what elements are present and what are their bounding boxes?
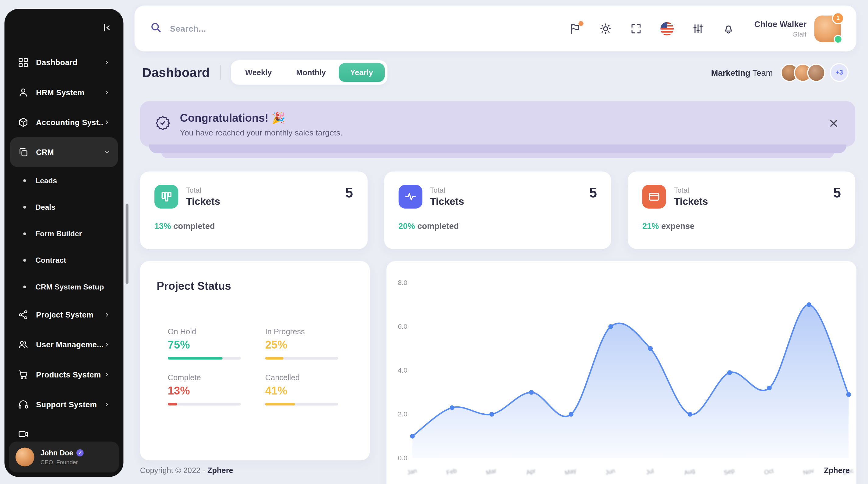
sidebar-header bbox=[5, 9, 124, 47]
topbar-user-name: Chloe Walker bbox=[754, 19, 807, 29]
tab-yearly[interactable]: Yearly bbox=[339, 63, 385, 82]
users-icon bbox=[18, 339, 29, 350]
metric-label: On Hold bbox=[168, 327, 241, 336]
sidebar-item-label: Support System bbox=[36, 400, 103, 409]
stat-card-tickets-2: Total Tickets 5 20% completed bbox=[384, 171, 611, 249]
stat-card-tickets-3: Total Tickets 5 21% expense bbox=[628, 171, 855, 249]
banner-subtitle: You have reached your monthly sales targ… bbox=[180, 128, 343, 137]
stat-label: Tickets bbox=[186, 196, 220, 207]
chevron-right-icon bbox=[103, 119, 110, 126]
tab-weekly[interactable]: Weekly bbox=[234, 63, 283, 82]
banner-close-icon[interactable]: ✕ bbox=[826, 116, 841, 132]
john-doe-avatar bbox=[16, 448, 34, 466]
team-name: Marketing bbox=[711, 68, 750, 77]
sidebar-item-label: Accounting Syst... bbox=[36, 118, 103, 127]
cart-icon bbox=[18, 369, 29, 380]
project-status-title: Project Status bbox=[157, 280, 353, 293]
sidebar: Dashboard HRM System Accounting Syst... … bbox=[5, 9, 124, 477]
sidebar-user-card[interactable]: John Doe ✓ CEO, Founder bbox=[9, 441, 119, 473]
sidebar-menu: Dashboard HRM System Accounting Syst... … bbox=[5, 47, 124, 449]
svg-text:0.0: 0.0 bbox=[398, 454, 407, 462]
sidebar-collapse-button[interactable] bbox=[101, 22, 113, 35]
chevron-right-icon bbox=[103, 312, 110, 318]
sidebar-item-support-system[interactable]: Support System bbox=[10, 390, 118, 419]
sidebar-subitem-label: Contract bbox=[35, 256, 66, 264]
stat-top-label: Total bbox=[430, 186, 464, 194]
bullet-icon bbox=[23, 259, 26, 261]
copyright-prefix: Copyright © 2022 - bbox=[140, 466, 208, 475]
stat-cards-row: Total Tickets 5 13% completed Total Tick… bbox=[140, 171, 855, 249]
video-icon bbox=[18, 429, 29, 440]
search-input[interactable] bbox=[169, 23, 337, 34]
sidebar-item-user-management[interactable]: User Manageme... bbox=[10, 330, 118, 359]
project-status-grid: On Hold 75% In Progress 25% Complete 13%… bbox=[157, 327, 353, 406]
stat-percent-suffix: completed bbox=[415, 221, 459, 231]
progress-bar bbox=[168, 403, 241, 406]
sidebar-user-name: John Doe bbox=[40, 449, 73, 457]
sidebar-item-dashboard[interactable]: Dashboard bbox=[10, 47, 118, 77]
period-tabs: Weekly Monthly Yearly bbox=[231, 60, 388, 85]
metric-in-progress: In Progress 25% bbox=[265, 327, 338, 359]
footer-brand: Zphere bbox=[824, 466, 855, 475]
chevron-right-icon bbox=[103, 59, 110, 66]
theme-sun-icon[interactable] bbox=[599, 23, 612, 35]
page-header: Dashboard Weekly Monthly Yearly Marketin… bbox=[135, 60, 857, 85]
area-chart: 8.06.04.02.00.0JanFebMarAprMayJunJulAugS… bbox=[386, 268, 857, 484]
sidebar-item-accounting-system[interactable]: Accounting Syst... bbox=[10, 107, 118, 137]
sidebar-subitem-crm-system-setup[interactable]: CRM System Setup bbox=[10, 273, 118, 300]
topbar-user: Chloe Walker Staff 1 bbox=[754, 15, 841, 42]
kanban-icon bbox=[154, 185, 178, 208]
sidebar-subitem-form-builder[interactable]: Form Builder bbox=[10, 220, 118, 247]
search-icon bbox=[150, 22, 162, 35]
badge-rosette-icon bbox=[154, 115, 171, 133]
team-label: Marketing Team bbox=[711, 68, 773, 77]
metric-value: 25% bbox=[265, 338, 338, 351]
stat-percent: 20% bbox=[398, 221, 415, 231]
stat-card-tickets-1: Total Tickets 5 13% completed bbox=[140, 171, 367, 249]
sidebar-subitem-leads[interactable]: Leads bbox=[10, 167, 118, 194]
metric-complete: Complete 13% bbox=[168, 373, 241, 406]
sidebar-subitem-deals[interactable]: Deals bbox=[10, 194, 118, 220]
metric-label: In Progress bbox=[265, 327, 338, 336]
sidebar-item-products-system[interactable]: Products System bbox=[10, 359, 118, 389]
sidebar-user-role: CEO, Founder bbox=[40, 459, 84, 465]
team-avatar[interactable] bbox=[807, 63, 825, 82]
fullscreen-icon[interactable] bbox=[630, 23, 642, 35]
tab-monthly[interactable]: Monthly bbox=[284, 63, 337, 82]
stat-percent-suffix: expense bbox=[659, 221, 695, 231]
sidebar-item-project-system[interactable]: Project System bbox=[10, 300, 118, 330]
sidebar-subitem-contract[interactable]: Contract bbox=[10, 247, 118, 273]
bullet-icon bbox=[23, 205, 26, 208]
chevron-right-icon bbox=[103, 89, 110, 96]
topbar: Chloe Walker Staff 1 bbox=[135, 5, 857, 52]
sidebar-item-hrm-system[interactable]: HRM System bbox=[10, 77, 118, 107]
bell-icon[interactable] bbox=[722, 23, 734, 35]
sliders-icon[interactable] bbox=[692, 23, 704, 35]
headphones-icon bbox=[18, 399, 29, 410]
topbar-avatar[interactable]: 1 bbox=[814, 15, 841, 42]
flag-report-icon[interactable] bbox=[569, 23, 581, 35]
stat-top-label: Total bbox=[186, 186, 220, 194]
team-avatars: +3 bbox=[781, 63, 849, 82]
footer: Copyright © 2022 - Zphere Zphere bbox=[140, 466, 855, 475]
stat-percent: 21% bbox=[642, 221, 659, 231]
sidebar-scrollbar-thumb[interactable] bbox=[126, 204, 128, 284]
stat-value: 5 bbox=[345, 185, 353, 201]
stat-value: 5 bbox=[589, 185, 597, 201]
dashboard-icon bbox=[18, 57, 29, 68]
sidebar-subitem-label: Deals bbox=[35, 203, 55, 211]
activity-icon bbox=[398, 185, 422, 208]
copy-icon bbox=[18, 147, 29, 158]
credit-card-icon bbox=[642, 185, 666, 208]
more-avatars-badge[interactable]: +3 bbox=[830, 63, 849, 82]
sidebar-item-label: Products System bbox=[36, 370, 103, 379]
us-flag-icon[interactable] bbox=[660, 22, 674, 35]
sidebar-item-crm[interactable]: CRM bbox=[10, 137, 118, 167]
topbar-user-role: Staff bbox=[754, 30, 807, 38]
notification-dot bbox=[578, 21, 583, 26]
person-icon bbox=[18, 87, 29, 98]
metric-label: Complete bbox=[168, 373, 241, 382]
stat-percent: 13% bbox=[154, 221, 171, 231]
chevron-right-icon bbox=[103, 372, 110, 378]
bullet-icon bbox=[23, 179, 26, 182]
